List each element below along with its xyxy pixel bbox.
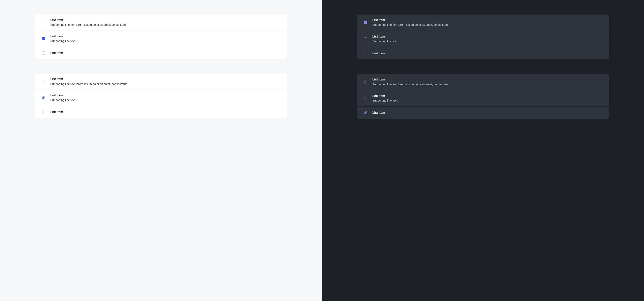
checkbox-control[interactable]	[364, 52, 367, 55]
checkbox-control[interactable]	[42, 51, 45, 54]
list-item-text: List item Supporting line text.	[372, 34, 602, 43]
list-item-title: List item	[50, 18, 280, 22]
list-item[interactable]: List item Supporting line text.	[35, 31, 287, 47]
checkbox-checked-icon	[364, 21, 367, 24]
checkbox-control[interactable]	[364, 21, 367, 24]
list-item-text: List item Supporting line text lorem ips…	[50, 77, 280, 86]
radio-checked-icon	[42, 96, 45, 99]
radio-control[interactable]	[42, 110, 45, 114]
list-item-title: List item	[372, 111, 602, 115]
checkbox-list-group: List item Supporting line text lorem ips…	[35, 14, 287, 59]
list-item[interactable]: List item	[357, 107, 609, 119]
list-item[interactable]: List item Supporting line text lorem ips…	[35, 14, 287, 31]
checkbox-control[interactable]	[42, 21, 45, 24]
radio-control[interactable]	[364, 80, 367, 84]
list-item-text: List item	[372, 51, 602, 55]
list-item-title: List item	[372, 51, 602, 55]
radio-control[interactable]	[42, 96, 45, 99]
list-item[interactable]: List item Supporting line text lorem ips…	[357, 14, 609, 31]
list-item[interactable]: List item Supporting line text lorem ips…	[35, 73, 287, 90]
list-item-text: List item Supporting line text.	[372, 94, 602, 103]
list-item[interactable]: List item	[35, 106, 287, 118]
list-item-text: List item	[50, 110, 280, 114]
list-item[interactable]: List item	[357, 47, 609, 59]
checkbox-list-group: List item Supporting line text lorem ips…	[357, 14, 609, 59]
dark-theme-pane: List item Supporting line text lorem ips…	[322, 0, 644, 301]
radio-unchecked-icon	[364, 80, 367, 84]
radio-checked-icon	[364, 111, 367, 114]
list-item[interactable]: List item Supporting line text.	[35, 90, 287, 106]
list-item-subtitle: Supporting line text lorem ipsum dolor s…	[372, 23, 602, 27]
radio-unchecked-icon	[42, 110, 45, 114]
list-item-title: List item	[50, 51, 280, 55]
list-item-subtitle: Supporting line text.	[50, 98, 280, 102]
list-item-subtitle: Supporting line text lorem ipsum dolor s…	[50, 82, 280, 86]
list-item-title: List item	[50, 93, 280, 97]
list-item-subtitle: Supporting line text lorem ipsum dolor s…	[50, 23, 280, 27]
list-item-title: List item	[372, 18, 602, 22]
list-item-subtitle: Supporting line text lorem ipsum dolor s…	[372, 82, 602, 87]
list-item[interactable]: List item	[35, 47, 287, 59]
radio-list-group: List item Supporting line text lorem ips…	[35, 73, 287, 118]
list-item-subtitle: Supporting line text.	[372, 39, 602, 43]
list-item[interactable]: List item Supporting line text lorem ips…	[357, 74, 609, 90]
list-item-title: List item	[372, 34, 602, 39]
list-item[interactable]: List item Supporting line text.	[357, 90, 609, 107]
list-item-title: List item	[50, 34, 280, 38]
checkbox-checked-icon	[42, 37, 45, 40]
checkbox-unchecked-icon	[42, 21, 45, 24]
checkbox-unchecked-icon	[42, 51, 45, 54]
list-item-subtitle: Supporting line text.	[50, 39, 280, 43]
light-theme-pane: List item Supporting line text lorem ips…	[0, 0, 322, 301]
list-item-text: List item Supporting line text lorem ips…	[372, 77, 602, 86]
checkbox-control[interactable]	[364, 37, 367, 40]
checkbox-unchecked-icon	[364, 37, 367, 40]
radio-control[interactable]	[364, 97, 367, 100]
list-item-text: List item	[372, 111, 602, 115]
radio-unchecked-icon	[42, 80, 45, 83]
radio-control[interactable]	[42, 80, 45, 83]
radio-unchecked-icon	[364, 97, 367, 100]
list-item-subtitle: Supporting line text.	[372, 98, 602, 103]
list-item-title: List item	[372, 94, 602, 98]
list-item-title: List item	[50, 77, 280, 81]
list-item[interactable]: List item Supporting line text.	[357, 31, 609, 47]
list-item-text: List item Supporting line text lorem ips…	[372, 18, 602, 27]
checkbox-unchecked-icon	[364, 52, 367, 55]
checkbox-control[interactable]	[42, 37, 45, 40]
list-item-text: List item Supporting line text.	[50, 34, 280, 43]
radio-control[interactable]	[364, 111, 367, 114]
list-item-title: List item	[50, 110, 280, 114]
list-item-text: List item Supporting line text lorem ips…	[50, 18, 280, 27]
list-item-text: List item Supporting line text.	[50, 93, 280, 102]
list-item-title: List item	[372, 77, 602, 82]
radio-list-group: List item Supporting line text lorem ips…	[357, 74, 609, 119]
list-item-text: List item	[50, 51, 280, 55]
